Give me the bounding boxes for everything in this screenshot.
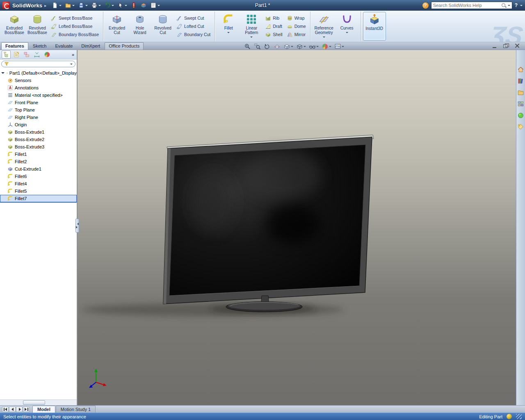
tree-root-part1[interactable]: Part1 (Default<<Default>_Display	[0, 69, 77, 77]
curves-button[interactable]: Curves	[336, 12, 358, 41]
hud-hide-show-items-button[interactable]	[309, 43, 319, 50]
dropdown-caret-icon[interactable]	[98, 5, 101, 7]
taskpane-file-explorer-button[interactable]	[517, 89, 525, 97]
animation-next-button[interactable]	[16, 406, 23, 412]
tree-item-fillet1[interactable]: Fillet1	[0, 151, 77, 158]
dome-button[interactable]: Dome	[285, 23, 308, 30]
tree-item-fillet2[interactable]: Fillet2	[0, 158, 77, 165]
animation-first-button[interactable]	[2, 406, 9, 412]
panel-collapse-handle[interactable]	[75, 219, 79, 233]
displaymanager-tab[interactable]	[43, 50, 52, 59]
titlebar-new-button[interactable]	[50, 1, 63, 9]
titlebar-options-button[interactable]	[149, 1, 161, 9]
tree-item-sensors[interactable]: Sensors	[0, 77, 77, 84]
tab-office-products[interactable]: Office Products	[105, 42, 144, 50]
tree-item-fillet6[interactable]: Fillet6	[0, 173, 77, 180]
titlebar-collapse-icon[interactable]	[520, 5, 523, 7]
close-button[interactable]	[514, 43, 520, 48]
linear-pattern-button[interactable]: Linear Pattern	[240, 12, 263, 41]
lofted-boss-base-button[interactable]: Lofted Boss/Base	[49, 23, 100, 30]
hud-edit-appearance-button[interactable]	[322, 43, 331, 50]
tv-model[interactable]	[163, 135, 374, 312]
help-orb-icon[interactable]: ?	[422, 2, 429, 9]
swept-cut-button[interactable]: Swept Cut	[175, 14, 212, 22]
fillet-button[interactable]: Fillet	[217, 12, 240, 41]
dropdown-caret-icon[interactable]	[227, 32, 230, 34]
tree-item-annotations[interactable]: Annotations	[0, 84, 77, 91]
menu-expand-arrow[interactable]: ▸	[44, 3, 46, 8]
tree-item-top-plane[interactable]: Top Plane	[0, 106, 77, 114]
revolved-cut-button[interactable]: Revolved Cut	[151, 12, 174, 41]
dropdown-caret-icon[interactable]	[342, 46, 344, 48]
tab-evaluate[interactable]: Evaluate	[51, 42, 77, 50]
dropdown-caret-icon[interactable]	[346, 32, 348, 34]
shell-button[interactable]: Shell	[263, 31, 284, 39]
dropdown-caret-icon[interactable]	[85, 5, 88, 7]
hud-apply-scene-button[interactable]	[334, 43, 344, 50]
reference-geometry-button[interactable]: Reference Geometry	[313, 12, 336, 41]
animation-prev-button[interactable]	[9, 406, 16, 412]
propertymanager-tab[interactable]	[12, 50, 21, 59]
mirror-button[interactable]: Mirror	[285, 31, 308, 39]
tab-sketch[interactable]: Sketch	[29, 42, 51, 50]
dropdown-caret-icon[interactable]	[158, 5, 160, 7]
lofted-cut-button[interactable]: Lofted Cut	[175, 23, 212, 30]
dropdown-caret-icon[interactable]	[329, 46, 331, 48]
minimize-button[interactable]	[492, 43, 498, 48]
titlebar-open-button[interactable]	[64, 1, 76, 9]
manager-overflow-chevron[interactable]: »	[72, 52, 75, 57]
tree-item-fillet4[interactable]: Fillet4	[0, 180, 77, 187]
hud-previous-view-button[interactable]	[264, 43, 271, 50]
tab-dimxpert[interactable]: DimXpert	[77, 42, 104, 50]
titlebar-undo-button[interactable]	[103, 1, 115, 9]
extruded-cut-button[interactable]: Extruded Cut	[105, 12, 128, 41]
restore-button[interactable]	[503, 43, 509, 48]
tab-model[interactable]: Model	[32, 406, 55, 413]
dropdown-caret-icon[interactable]	[72, 5, 75, 7]
hud-zoom-to-fit-button[interactable]	[244, 43, 251, 50]
search-input[interactable]	[433, 3, 500, 8]
tree-item-right-plane[interactable]: Right Plane	[0, 114, 77, 121]
hole-wizard-button[interactable]: Hole Wizard	[128, 12, 151, 41]
search-icon[interactable]	[501, 3, 507, 8]
dropdown-caret-icon[interactable]	[112, 5, 114, 7]
hud-view-orientation-button[interactable]	[283, 43, 293, 50]
titlebar-select-button[interactable]	[116, 1, 128, 9]
taskpane-solidworks-resources-button[interactable]	[517, 66, 525, 74]
dropdown-caret-icon[interactable]	[304, 46, 306, 48]
boundary-cut-button[interactable]: Boundary Cut	[175, 31, 212, 39]
tree-item-boss-extrude3[interactable]: Boss-Extrude3	[0, 143, 77, 151]
tree-item-boss-extrude1[interactable]: Boss-Extrude1	[0, 128, 77, 136]
viewport-canvas[interactable]	[78, 50, 516, 405]
boundary-boss-base-button[interactable]: Boundary Boss/Base	[49, 31, 100, 39]
featuremanager-tab[interactable]	[2, 50, 11, 59]
scrollbar-thumb[interactable]	[23, 400, 45, 405]
tree-item-cut-extrude1[interactable]: Cut-Extrude1	[0, 165, 77, 173]
extruded-boss-base-button[interactable]: Extruded Boss/Base	[3, 12, 26, 41]
rib-button[interactable]: Rib	[263, 14, 284, 22]
expander-icon[interactable]	[1, 72, 5, 75]
draft-button[interactable]: Draft	[263, 23, 284, 30]
titlebar-edit-appearance-button[interactable]	[139, 1, 148, 9]
swept-boss-base-button[interactable]: Swept Boss/Base	[49, 14, 100, 22]
quick-tips-icon[interactable]	[507, 414, 512, 419]
tree-item-fillet5[interactable]: Fillet5	[0, 187, 77, 195]
graphics-viewport[interactable]	[78, 50, 516, 405]
tree-item-front-plane[interactable]: Front Plane	[0, 99, 77, 106]
dropdown-caret-icon[interactable]	[125, 5, 127, 7]
tab-motion-study-1[interactable]: Motion Study 1	[56, 406, 96, 413]
hud-display-style-button[interactable]	[296, 43, 306, 50]
instant3d-button[interactable]: Instant3D	[363, 12, 386, 41]
configurationmanager-tab[interactable]	[22, 50, 31, 59]
dimxpertmanager-tab[interactable]	[32, 50, 41, 59]
tree-item-origin[interactable]: Origin	[0, 121, 77, 128]
tree-horizontal-scrollbar[interactable]	[0, 399, 77, 405]
revolved-boss-base-button[interactable]: Revolved Boss/Base	[26, 12, 49, 41]
filter-dropdown-icon[interactable]	[70, 64, 73, 66]
tab-features[interactable]: Features	[1, 42, 28, 50]
taskpane-view-palette-button[interactable]	[517, 100, 525, 109]
dropdown-caret-icon[interactable]	[250, 37, 253, 39]
taskpane-appearances-scenes-button[interactable]	[517, 112, 525, 120]
hud-section-view-button[interactable]	[274, 43, 281, 50]
titlebar-print-button[interactable]	[90, 1, 102, 9]
